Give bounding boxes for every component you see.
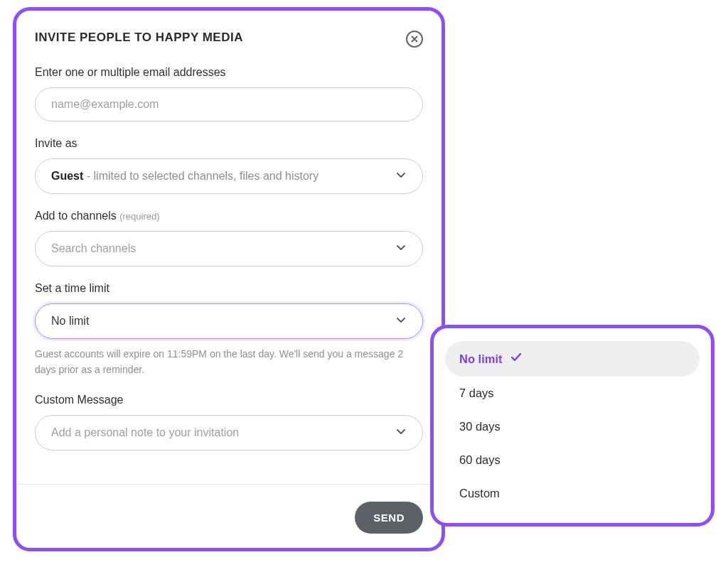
time-limit-dropdown: No limit 7 days 30 days 60 days Custom [430,325,714,526]
dropdown-option-label: 30 days [459,420,500,433]
invite-as-value: Guest - limited to selected channels, fi… [51,170,318,183]
channels-label-text: Add to channels [35,210,119,222]
modal-header: INVITE PEOPLE TO HAPPY MEDIA [35,31,423,48]
invite-as-desc: - limited to selected channels, files an… [83,170,318,182]
close-icon [411,33,418,45]
invite-modal: INVITE PEOPLE TO HAPPY MEDIA Enter one o… [13,7,445,551]
dropdown-option-7-days[interactable]: 7 days [445,377,700,410]
custom-message-select[interactable]: Add a personal note to your invitation [35,415,423,450]
dropdown-option-custom[interactable]: Custom [445,477,700,510]
time-limit-field-group: Set a time limit No limit [35,282,423,339]
channels-field-group: Add to channels (required) Search channe… [35,210,423,266]
time-limit-helper: Guest accounts will expire on 11:59PM on… [35,346,423,378]
invite-as-role: Guest [51,170,83,182]
custom-message-label: Custom Message [35,394,423,406]
dropdown-option-label: No limit [459,352,503,366]
chevron-down-icon [395,314,407,328]
dropdown-option-30-days[interactable]: 30 days [445,410,700,443]
email-input-wrapper[interactable] [35,87,423,122]
time-limit-select[interactable]: No limit [35,303,423,339]
channels-placeholder: Search channels [51,242,136,255]
dropdown-option-60-days[interactable]: 60 days [445,443,700,477]
close-button[interactable] [406,31,423,48]
time-limit-value: No limit [51,315,89,328]
invite-as-select[interactable]: Guest - limited to selected channels, fi… [35,158,423,194]
send-button[interactable]: SEND [355,502,423,534]
channels-select[interactable]: Search channels [35,231,423,266]
custom-message-field-group: Custom Message Add a personal note to yo… [35,394,423,450]
dropdown-option-label: Custom [459,487,500,500]
invite-as-field-group: Invite as Guest - limited to selected ch… [35,137,423,194]
time-limit-label: Set a time limit [35,282,423,295]
modal-title: INVITE PEOPLE TO HAPPY MEDIA [35,31,243,45]
dropdown-option-no-limit[interactable]: No limit [445,341,700,377]
modal-footer: SEND [16,484,441,534]
email-input[interactable] [51,98,407,111]
email-label: Enter one or multiple email addresses [35,66,423,79]
chevron-down-icon [395,169,407,183]
chevron-down-icon [395,242,407,256]
email-field-group: Enter one or multiple email addresses [35,66,423,122]
dropdown-option-label: 60 days [459,453,500,467]
channels-label: Add to channels (required) [35,210,423,222]
channels-required: (required) [119,211,159,222]
custom-message-placeholder: Add a personal note to your invitation [51,426,239,439]
invite-as-label: Invite as [35,137,423,150]
dropdown-option-label: 7 days [459,387,494,400]
chevron-down-icon [395,426,407,440]
check-icon [510,351,523,367]
